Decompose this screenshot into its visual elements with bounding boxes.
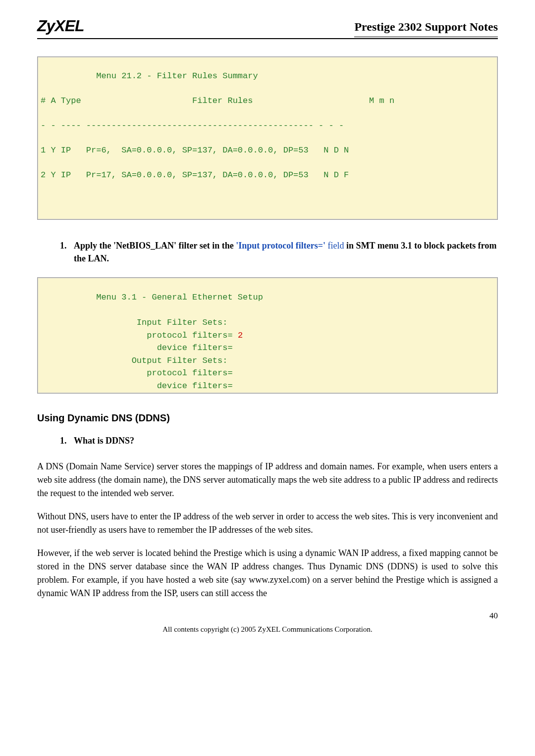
output-filter-sets-label: Output Filter Sets:	[41, 354, 494, 367]
page-header: ZyXEL Prestige 2302 Support Notes	[37, 15, 498, 39]
apply-step-item: 1. Apply the 'NetBIOS_LAN' filter set in…	[60, 240, 498, 264]
section-heading: Using Dynamic DNS (DDNS)	[37, 411, 498, 425]
protocol-filters-value: protocol filters= 2	[41, 329, 494, 342]
input-filter-sets-label: Input Filter Sets:	[41, 316, 494, 329]
step-text: What is DDNS?	[74, 435, 134, 447]
step-number: 1.	[60, 435, 74, 447]
step-number: 1.	[60, 240, 74, 264]
input-protocol-filters-field: 'Input protocol filters='	[236, 241, 325, 251]
menu-title: Menu 21.2 - Filter Rules Summary	[41, 70, 494, 83]
paragraph: A DNS (Domain Name Service) server store…	[37, 460, 498, 500]
document-title: Prestige 2302 Support Notes	[354, 19, 498, 37]
separator: - - ---- -------------------------------…	[41, 119, 494, 132]
column-headers: # A Type Filter Rules M m n	[41, 95, 494, 107]
rule-row: 2 Y IP Pr=17, SA=0.0.0.0, SP=137, DA=0.0…	[41, 169, 494, 182]
copyright: All contents copyright (c) 2005 ZyXEL Co…	[37, 624, 498, 635]
ddns-step-item: 1. What is DDNS?	[60, 435, 498, 447]
protocol-filters: protocol filters=	[41, 367, 494, 380]
filter-rules-summary-block: Menu 21.2 - Filter Rules Summary # A Typ…	[37, 56, 498, 220]
paragraph: However, if the web server is located be…	[37, 547, 498, 600]
menu-title: Menu 3.1 - General Ethernet Setup	[41, 291, 494, 304]
step-text: Apply the 'NetBIOS_LAN' filter set in th…	[74, 240, 498, 264]
paragraph: Without DNS, users have to enter the IP …	[37, 510, 498, 537]
logo: ZyXEL	[37, 15, 84, 37]
rule-row: 1 Y IP Pr=6, SA=0.0.0.0, SP=137, DA=0.0.…	[41, 144, 494, 157]
device-filters: device filters=	[41, 342, 494, 354]
device-filters: device filters=	[41, 380, 494, 393]
general-ethernet-setup-block: Menu 3.1 - General Ethernet Setup Input …	[37, 277, 498, 394]
page-number: 40	[37, 610, 498, 622]
